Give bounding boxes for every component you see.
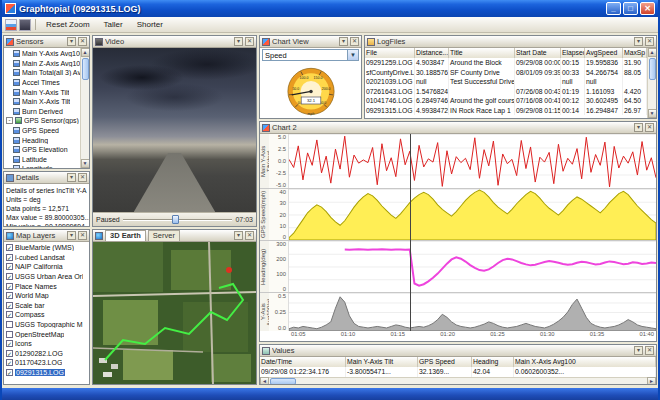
list-item[interactable]: Main Y-Axis Tilt	[4, 87, 80, 97]
video-frame[interactable]	[93, 48, 256, 212]
scroll-thumb[interactable]	[270, 378, 296, 385]
scroll-right-icon[interactable]: ►	[647, 377, 656, 385]
pin-icon[interactable]: ▾	[634, 346, 643, 355]
pin-icon[interactable]: ▾	[67, 37, 76, 46]
sensors-panel-header[interactable]: Sensors ▾ ✕	[4, 36, 89, 48]
list-item[interactable]: Main Z-Axis Avg100	[4, 59, 80, 69]
list-item[interactable]: ✓Scale bar	[4, 301, 89, 311]
list-item[interactable]: Main Y-Axis Avg100	[4, 49, 80, 59]
taller-button[interactable]: Taller	[98, 18, 129, 31]
logfiles-panel-header[interactable]: LogFiles ▾ ✕	[365, 36, 656, 48]
logfiles-column-headers[interactable]: FileDistance...TitleStart DateElapsedAvg…	[365, 48, 647, 58]
chevron-down-icon[interactable]: ▼	[347, 50, 358, 60]
checkbox-icon[interactable]	[6, 321, 13, 328]
close-panel-icon[interactable]: ✕	[245, 231, 254, 240]
close-button[interactable]: ✕	[640, 2, 655, 15]
pin-icon[interactable]: ▾	[339, 37, 348, 46]
title-bar[interactable]: Graphtopia! (09291315.LOG) _ □ ✕	[2, 0, 658, 17]
close-panel-icon[interactable]: ✕	[645, 123, 654, 132]
checkbox-icon[interactable]: ✓	[6, 311, 13, 318]
checkbox-icon[interactable]: ✓	[6, 340, 13, 347]
list-item[interactable]: Main X-Axis Tilt	[4, 97, 80, 107]
earth-panel-header[interactable]: 3D Earth Server ▾ ✕	[93, 230, 256, 242]
minimize-button[interactable]: _	[606, 2, 621, 15]
checkbox-icon[interactable]: ✓	[6, 369, 13, 376]
chart-cursor-line[interactable]	[410, 134, 411, 331]
checkbox-icon[interactable]: ✓	[6, 273, 13, 280]
checkbox-icon[interactable]: ✓	[6, 292, 13, 299]
taskbar[interactable]	[2, 388, 658, 400]
list-item[interactable]: OpenStreetMap	[4, 329, 89, 339]
table-row[interactable]: 09291259.LOG4.903847Around the Block09/2…	[365, 58, 647, 68]
chart2-panel-header[interactable]: Chart 2 ▾ ✕	[260, 122, 656, 134]
list-item[interactable]: GPS Elevation	[4, 145, 80, 155]
checkbox-icon[interactable]: ✓	[6, 359, 13, 366]
list-item[interactable]: ✓USGS Urban Area Orl	[4, 272, 89, 282]
close-panel-icon[interactable]: ✕	[245, 37, 254, 46]
list-item[interactable]: ✓i-cubed Landsat	[4, 253, 89, 263]
logfiles-scrollbar[interactable]: ▲ ▼	[647, 48, 656, 118]
gauge-series-select[interactable]: Speed ▼	[262, 49, 359, 61]
checkbox-icon[interactable]: ✓	[6, 254, 13, 261]
scroll-left-icon[interactable]: ◄	[260, 377, 269, 385]
table-row[interactable]: 09291315.LOG4.9938472IN Rock Race Lap 10…	[365, 106, 647, 116]
table-row[interactable]: 02021039.LOGnullTest Successful Drive to…	[365, 77, 647, 87]
list-item[interactable]: Burn Derived	[4, 107, 80, 117]
table-row[interactable]: 09/29/08 01:22:34.176-3.80055471...32.13…	[260, 367, 656, 377]
list-item[interactable]: ✓Compass	[4, 310, 89, 320]
checkbox-icon[interactable]: ✓	[6, 350, 13, 357]
scroll-down-icon[interactable]: ▼	[648, 109, 657, 118]
reset-zoom-button[interactable]: Reset Zoom	[40, 18, 96, 31]
tree-expander-icon[interactable]: -	[6, 117, 13, 124]
checkbox-icon[interactable]: ✓	[6, 302, 13, 309]
pin-icon[interactable]: ▾	[67, 173, 76, 182]
tab-3d-earth[interactable]: 3D Earth	[105, 230, 146, 241]
list-item[interactable]: Heading	[4, 135, 80, 145]
list-item[interactable]: ✓NAIP California	[4, 262, 89, 272]
camera-tool-icon[interactable]	[19, 19, 31, 31]
close-panel-icon[interactable]: ✕	[78, 231, 87, 240]
table-row[interactable]: 07261643.LOG1.547682407/26/08 00:4301:19…	[365, 87, 647, 97]
close-panel-icon[interactable]: ✕	[350, 37, 359, 46]
list-item[interactable]: Main Total(all 3) Avg	[4, 68, 80, 78]
chart2-body[interactable]: Main Y-Axis Tilt(deg) 5.02.50.0-2.5-5.0 …	[260, 134, 656, 341]
shorter-button[interactable]: Shorter	[131, 18, 169, 31]
list-item[interactable]: ✓09291315.LOG	[4, 368, 89, 378]
list-item[interactable]: ✓01170423.LOG	[4, 358, 89, 368]
maximize-button[interactable]: □	[623, 2, 638, 15]
checkbox-icon[interactable]: ✓	[6, 244, 13, 251]
scroll-thumb[interactable]	[82, 58, 89, 80]
list-item[interactable]: GPS Speed	[4, 126, 80, 136]
pin-icon[interactable]: ▾	[634, 37, 643, 46]
list-item[interactable]: -GPS Sensor(gps)	[4, 116, 80, 126]
pin-icon[interactable]: ▾	[67, 231, 76, 240]
video-seek-slider[interactable]	[123, 215, 233, 224]
details-panel-header[interactable]: Details ▾ ✕	[4, 172, 89, 184]
checkbox-icon[interactable]: ✓	[6, 263, 13, 270]
video-panel-header[interactable]: Video ▾ ✕	[93, 36, 256, 48]
list-item[interactable]: ✓BlueMarble (WMS)	[4, 243, 89, 253]
list-item[interactable]: Latitude	[4, 155, 80, 165]
list-item[interactable]: ✓Icons	[4, 339, 89, 349]
pin-icon[interactable]: ▾	[234, 231, 243, 240]
chart-view-panel-header[interactable]: Chart View ▾ ✕	[260, 36, 361, 48]
list-item[interactable]: ✓Place Names	[4, 281, 89, 291]
table-row[interactable]: sfCountyDrive.LOG30.188576SF County Driv…	[365, 68, 647, 78]
values-column-headers[interactable]: Date/TimeMain Y-Axis TiltGPS SpeedHeadin…	[260, 357, 656, 367]
sensors-scrollbar[interactable]: ▲ ▼	[80, 48, 89, 168]
scroll-up-icon[interactable]: ▲	[648, 48, 657, 57]
checkbox-icon[interactable]	[6, 331, 13, 338]
scroll-down-icon[interactable]: ▼	[81, 159, 90, 168]
earth-map-view[interactable]	[93, 242, 256, 384]
scroll-up-icon[interactable]: ▲	[81, 48, 90, 57]
tab-server[interactable]: Server	[148, 230, 180, 241]
map-layers-panel-header[interactable]: Map Layers ▾ ✕	[4, 230, 89, 242]
list-item[interactable]: ✓01290282.LOG	[4, 349, 89, 359]
close-panel-icon[interactable]: ✕	[645, 346, 654, 355]
pin-icon[interactable]: ▾	[234, 37, 243, 46]
checkbox-icon[interactable]: ✓	[6, 283, 13, 290]
list-item[interactable]: ✓World Map	[4, 291, 89, 301]
values-scrollbar[interactable]: ◄ ►	[260, 377, 656, 386]
scroll-thumb[interactable]	[649, 58, 656, 80]
list-item[interactable]: Accel Times	[4, 78, 80, 88]
